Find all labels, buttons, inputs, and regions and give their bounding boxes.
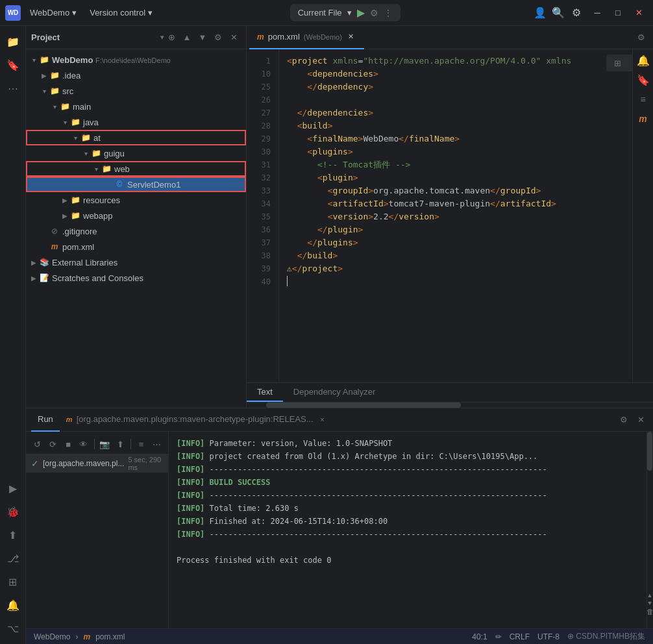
statusbar-encoding-icon: ✏	[495, 632, 502, 641]
terminal-icon[interactable]: ⊞	[3, 571, 23, 592]
settings-icon[interactable]: ⚙	[570, 6, 583, 19]
rerun-icon[interactable]: ↺	[31, 437, 44, 451]
float-action-btn1[interactable]: ⊞	[610, 56, 624, 70]
sidebar-options-icon[interactable]: ⚙	[211, 31, 225, 45]
editor-tabs: m pom.xml (WebDemo) ✕ ⚙	[247, 26, 653, 49]
stop-icon[interactable]: ■	[62, 437, 75, 451]
run-item-text: [org.apache.maven.pl...	[43, 459, 124, 468]
notifications-right-icon[interactable]: 🔔	[635, 52, 652, 69]
notifications-icon[interactable]: 🔔	[3, 595, 23, 615]
maximize-button[interactable]: □	[609, 4, 627, 22]
add-user-icon[interactable]: 👤	[534, 6, 547, 19]
tree-item-idea[interactable]: ▶ 📁 .idea	[26, 68, 246, 83]
more-run-icon[interactable]: ⋮	[384, 8, 393, 18]
rerun2-icon[interactable]: ⟳	[47, 437, 60, 451]
scroll-trash-icon[interactable]: 🗑	[647, 608, 654, 615]
run-icon[interactable]: ▶	[3, 478, 23, 499]
version-control-menu[interactable]: Version control ▾	[86, 5, 156, 20]
app-name-menu[interactable]: WebDemo ▾	[26, 5, 80, 20]
guigu-label: guigu	[104, 149, 125, 158]
tree-item-at[interactable]: ▾ 📁 at	[26, 130, 246, 145]
statusbar-project[interactable]: WebDemo	[34, 632, 70, 641]
code-line-25: </dependency>	[287, 80, 645, 93]
tab-more-button[interactable]: ⚙	[632, 29, 650, 47]
webapp-arrow: ▶	[60, 210, 70, 221]
code-editor[interactable]: 1 10 25 26 27 28 29 30 31 32 33 34 35 36	[247, 49, 653, 382]
up-icon[interactable]: ⬆	[114, 437, 127, 451]
add-content-icon[interactable]: ⊕	[164, 31, 179, 45]
java-folder-icon: 📁	[70, 117, 80, 127]
deploy-icon[interactable]: ⬆	[3, 525, 23, 545]
scroll-down-icon[interactable]: ▼	[647, 600, 653, 606]
maven-tab-close[interactable]: ×	[317, 414, 328, 425]
search-icon[interactable]: 🔍	[552, 6, 565, 19]
statusbar-position[interactable]: 40:1	[472, 632, 487, 641]
run-item-time: 5 sec, 290 ms	[128, 456, 163, 471]
bottom-tab-maven-file[interactable]: m [org.apache.maven.plugins:maven-archet…	[60, 408, 334, 432]
tab-pomxml[interactable]: m pom.xml (WebDemo) ✕	[249, 26, 364, 49]
project-sidebar: Project ▾ ⊕ ▲ ▼ ⚙ ✕	[26, 26, 247, 408]
editor-hscrollbar[interactable]	[247, 402, 653, 408]
tree-item-servletdemo1[interactable]: © ServletDemo1	[26, 177, 246, 192]
debug-icon[interactable]: 🐞	[3, 501, 23, 522]
more-tools-icon[interactable]: ⋯	[3, 78, 23, 99]
statusbar-charset[interactable]: UTF-8	[537, 632, 560, 641]
console-vscrollbar[interactable]: ▲ ▼ 🗑	[647, 432, 653, 628]
tree-item-pomxml[interactable]: m pom.xml	[26, 239, 246, 254]
tree-item-root[interactable]: ▾ 📁 WebDemo F:\node\idea\WebDemo	[26, 52, 246, 68]
bottom-tab-run[interactable]: Run	[31, 408, 60, 432]
pom-xml-icon: m	[49, 242, 60, 252]
structure-right-icon[interactable]: ≡	[635, 91, 652, 108]
git-icon[interactable]: ⎇	[3, 548, 23, 569]
resources-folder-icon: 📁	[70, 195, 80, 205]
tree-item-resources[interactable]: ▶ 📁 resources	[26, 192, 246, 208]
collapse-icon[interactable]: ▼	[195, 31, 210, 45]
scratch-icon: 📝	[39, 273, 49, 283]
tree-item-web[interactable]: ▾ 📁 web	[26, 161, 246, 177]
sidebar-icons: ⊕ ▲ ▼ ⚙ ✕	[164, 31, 241, 45]
bottom-tab-dependency[interactable]: Dependency Analyzer	[283, 383, 386, 402]
tab-close-button[interactable]: ✕	[346, 32, 356, 42]
project-icon[interactable]: 📁	[3, 31, 23, 52]
tree-item-java[interactable]: ▾ 📁 java	[26, 114, 246, 130]
run-item[interactable]: ✓ [org.apache.maven.pl... 5 sec, 290 ms	[26, 454, 168, 473]
scroll-up-icon[interactable]: ▲	[647, 592, 653, 599]
snapshot-icon[interactable]: 📷	[99, 437, 112, 451]
run-config-selector[interactable]: Current File ▾ ▶ ⚙ ⋮	[290, 4, 400, 21]
scroll-to-source-icon[interactable]: ▲	[180, 31, 194, 45]
maven-right-icon[interactable]: m	[635, 110, 652, 127]
console-output[interactable]: [INFO] Parameter: version, Value: 1.0-SN…	[169, 432, 647, 628]
statusbar-file[interactable]: pom.xml	[95, 632, 125, 641]
close-button[interactable]: ✕	[630, 4, 648, 22]
tree-item-main[interactable]: ▾ 📁 main	[26, 99, 246, 114]
pause-icon[interactable]: 👁	[77, 437, 90, 451]
code-line-28: <build>	[287, 119, 645, 132]
tree-item-guigu[interactable]: ▾ 📁 guigu	[26, 145, 246, 161]
tree-item-src[interactable]: ▾ 📁 src	[26, 83, 246, 99]
minimize-button[interactable]: ─	[588, 4, 606, 22]
bookmark-right-icon[interactable]: 🔖	[635, 71, 652, 88]
tree-item-gitignore[interactable]: ⊘ .gitignore	[26, 223, 246, 239]
panel-close-icon[interactable]: ✕	[634, 413, 648, 427]
log-line-8: [INFO] ---------------------------------…	[177, 528, 639, 541]
debug-button-icon[interactable]: ⚙	[370, 8, 378, 18]
code-content[interactable]: <project xmlns="http://maven.apache.org/…	[279, 49, 653, 382]
app-logo: WD	[5, 5, 21, 21]
idea-arrow: ▶	[39, 70, 49, 80]
list-icon[interactable]: ≡	[135, 437, 148, 451]
statusbar-line-ending[interactable]: CRLF	[510, 632, 530, 641]
console-scroll-btns: ▲ ▼ 🗑	[647, 599, 652, 609]
git-branch-icon[interactable]: ⌥	[3, 618, 23, 639]
code-line-35: <version>2.2</version>	[287, 210, 645, 223]
bottom-tab-text[interactable]: Text	[247, 383, 283, 402]
code-line-30: <plugins>	[287, 145, 645, 158]
more-icon[interactable]: ⋯	[150, 437, 163, 451]
tree-item-scratches[interactable]: ▶ 📝 Scratches and Consoles	[26, 270, 246, 286]
bookmarks-icon[interactable]: 🔖	[3, 55, 23, 75]
panel-options-icon[interactable]: ⚙	[617, 413, 631, 427]
code-line-26	[287, 93, 645, 106]
tree-item-external-libs[interactable]: ▶ 📚 External Libraries	[26, 254, 246, 270]
run-button-icon[interactable]: ▶	[357, 6, 365, 19]
hide-sidebar-icon[interactable]: ✕	[227, 31, 241, 45]
tree-item-webapp[interactable]: ▶ 📁 webapp	[26, 208, 246, 223]
